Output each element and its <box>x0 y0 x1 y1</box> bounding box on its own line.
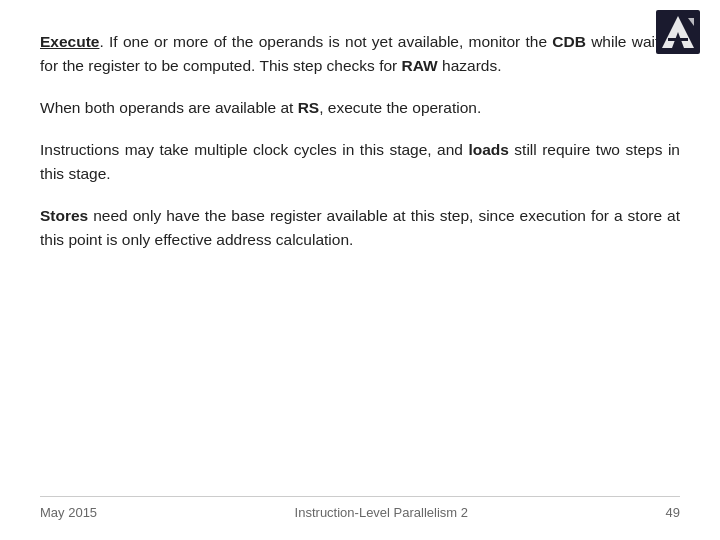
svg-rect-2 <box>668 38 688 41</box>
raw-label: RAW <box>402 57 438 74</box>
stores-text: need only have the base register availab… <box>40 207 680 248</box>
instructions-paragraph: Instructions may take multiple clock cyc… <box>40 138 680 186</box>
university-logo <box>656 10 700 54</box>
execute-label: Execute <box>40 33 99 50</box>
footer-page-number: 49 <box>666 505 680 520</box>
execute-text-1: . If one or more of the operands is not … <box>99 33 552 50</box>
execute-paragraph: Execute. If one or more of the operands … <box>40 30 680 78</box>
when-paragraph: When both operands are available at RS, … <box>40 96 680 120</box>
when-text-1: When both operands are available at <box>40 99 298 116</box>
execute-text-3: hazards. <box>438 57 502 74</box>
loads-label: loads <box>468 141 508 158</box>
footer-title: Instruction-Level Parallelism 2 <box>295 505 468 520</box>
cdb-label: CDB <box>552 33 586 50</box>
footer-date: May 2015 <box>40 505 97 520</box>
instructions-text-1: Instructions may take multiple clock cyc… <box>40 141 468 158</box>
main-content: Execute. If one or more of the operands … <box>40 30 680 496</box>
slide-page: Execute. If one or more of the operands … <box>0 0 720 540</box>
when-text-2: , execute the operation. <box>319 99 481 116</box>
stores-paragraph: Stores need only have the base register … <box>40 204 680 252</box>
slide-footer: May 2015 Instruction-Level Parallelism 2… <box>40 496 680 520</box>
rs-label: RS <box>298 99 320 116</box>
stores-label: Stores <box>40 207 88 224</box>
